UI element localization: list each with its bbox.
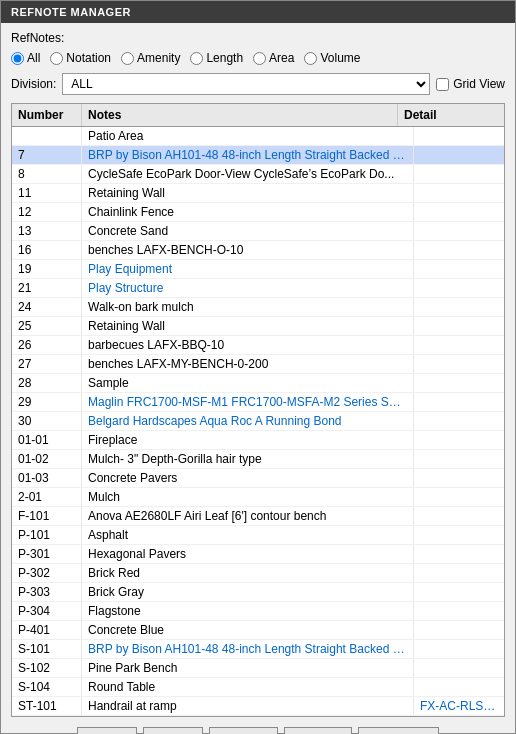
table-row[interactable]: 27benches LAFX-MY-BENCH-0-200 [12, 355, 504, 374]
action-buttons-row1: New Edit Delete Import Highlight [11, 721, 505, 734]
table-row[interactable]: S-102Pine Park Bench [12, 659, 504, 678]
grid-view-text: Grid View [453, 77, 505, 91]
table-row[interactable]: 19Play Equipment [12, 260, 504, 279]
radio-notation[interactable]: Notation [50, 51, 111, 65]
table-row[interactable]: 24Walk-on bark mulch [12, 298, 504, 317]
table-row[interactable]: Patio Area [12, 127, 504, 146]
cell-number: P-304 [12, 602, 82, 620]
cell-notes: BRP by Bison AH101-48 48-inch Length Str… [82, 146, 414, 164]
cell-notes: Walk-on bark mulch [82, 298, 414, 316]
cell-number: S-101 [12, 640, 82, 658]
table-row[interactable]: 7BRP by Bison AH101-48 48-inch Length St… [12, 146, 504, 165]
table-row[interactable]: 01-02Mulch- 3" Depth-Gorilla hair type [12, 450, 504, 469]
cell-notes: Asphalt [82, 526, 414, 544]
table-row[interactable]: 13Concrete Sand [12, 222, 504, 241]
table-row[interactable]: P-301Hexagonal Pavers [12, 545, 504, 564]
cell-number: 8 [12, 165, 82, 183]
grid-view-checkbox[interactable] [436, 78, 449, 91]
cell-detail: FX-AC-RLS-02 [414, 697, 504, 715]
cell-notes: Play Equipment [82, 260, 414, 278]
radio-area[interactable]: Area [253, 51, 294, 65]
cell-number: 01-02 [12, 450, 82, 468]
table-row[interactable]: S-104Round Table [12, 678, 504, 697]
table-body[interactable]: Patio Area7BRP by Bison AH101-48 48-inch… [12, 127, 504, 716]
cell-number: P-302 [12, 564, 82, 582]
table-row[interactable]: 25Retaining Wall [12, 317, 504, 336]
cell-detail [414, 602, 504, 620]
radio-length-label: Length [206, 51, 243, 65]
cell-notes: benches LAFX-MY-BENCH-0-200 [82, 355, 414, 373]
scroll-spacer [488, 104, 504, 126]
table-row[interactable]: 01-03Concrete Pavers [12, 469, 504, 488]
cell-detail [414, 678, 504, 696]
table-row[interactable]: ST-101Handrail at rampFX-AC-RLS-02 [12, 697, 504, 716]
table-row[interactable]: 21Play Structure [12, 279, 504, 298]
radio-length[interactable]: Length [190, 51, 243, 65]
table-row[interactable]: 2-01Mulch [12, 488, 504, 507]
table-row[interactable]: S-101BRP by Bison AH101-48 48-inch Lengt… [12, 640, 504, 659]
table-row[interactable]: P-401Concrete Blue [12, 621, 504, 640]
cell-number: 01-01 [12, 431, 82, 449]
cell-number: 11 [12, 184, 82, 202]
cell-notes: Flagstone [82, 602, 414, 620]
cell-notes: Pine Park Bench [82, 659, 414, 677]
table-row[interactable]: 8CycleSafe EcoPark Door-View CycleSafe’s… [12, 165, 504, 184]
cell-number: 27 [12, 355, 82, 373]
delete-button[interactable]: Delete [209, 727, 278, 734]
table-row[interactable]: 29Maglin FRC1700-MSF-M1 FRC1700-MSFA-M2 … [12, 393, 504, 412]
cell-notes: Brick Red [82, 564, 414, 582]
cell-detail [414, 374, 504, 392]
cell-detail [414, 526, 504, 544]
cell-detail [414, 393, 504, 411]
cell-detail [414, 450, 504, 468]
refnotes-label: RefNotes: [11, 31, 505, 45]
cell-detail [414, 203, 504, 221]
cell-notes: CycleSafe EcoPark Door-View CycleSafe’s … [82, 165, 414, 183]
radio-notation-label: Notation [66, 51, 111, 65]
cell-notes: Concrete Blue [82, 621, 414, 639]
new-button[interactable]: New [77, 727, 137, 734]
cell-notes: Concrete Pavers [82, 469, 414, 487]
cell-number: 12 [12, 203, 82, 221]
table-row[interactable]: P-304Flagstone [12, 602, 504, 621]
cell-number: 25 [12, 317, 82, 335]
highlight-button[interactable]: Highlight [358, 727, 439, 734]
cell-detail [414, 583, 504, 601]
cell-detail [414, 146, 504, 164]
edit-button[interactable]: Edit [143, 727, 203, 734]
cell-number: 21 [12, 279, 82, 297]
cell-notes: Play Structure [82, 279, 414, 297]
cell-number: P-401 [12, 621, 82, 639]
table-row[interactable]: F-101Anova AE2680LF Airi Leaf [6'] conto… [12, 507, 504, 526]
cell-notes: Maglin FRC1700-MSF-M1 FRC1700-MSFA-M2 Se… [82, 393, 414, 411]
cell-detail [414, 507, 504, 525]
cell-number: 28 [12, 374, 82, 392]
radio-amenity[interactable]: Amenity [121, 51, 180, 65]
cell-notes: BRP by Bison AH101-48 48-inch Length Str… [82, 640, 414, 658]
import-button[interactable]: Import [284, 727, 352, 734]
cell-number: S-104 [12, 678, 82, 696]
grid-view-label[interactable]: Grid View [436, 77, 505, 91]
table-row[interactable]: 16benches LAFX-BENCH-O-10 [12, 241, 504, 260]
division-select[interactable]: ALL [62, 73, 430, 95]
cell-number: P-101 [12, 526, 82, 544]
cell-detail [414, 298, 504, 316]
table-row[interactable]: P-303Brick Gray [12, 583, 504, 602]
cell-detail [414, 127, 504, 145]
table-row[interactable]: P-302Brick Red [12, 564, 504, 583]
cell-number: P-303 [12, 583, 82, 601]
radio-all[interactable]: All [11, 51, 40, 65]
cell-number: P-301 [12, 545, 82, 563]
table-row[interactable]: 11Retaining Wall [12, 184, 504, 203]
radio-volume[interactable]: Volume [304, 51, 360, 65]
cell-number: 13 [12, 222, 82, 240]
table-row[interactable]: 28Sample [12, 374, 504, 393]
table-row[interactable]: P-101Asphalt [12, 526, 504, 545]
table-row[interactable]: 30Belgard Hardscapes Aqua Roc A Running … [12, 412, 504, 431]
table-row[interactable]: 12Chainlink Fence [12, 203, 504, 222]
table-row[interactable]: 26barbecues LAFX-BBQ-10 [12, 336, 504, 355]
cell-notes: Retaining Wall [82, 184, 414, 202]
cell-detail [414, 488, 504, 506]
table-row[interactable]: 01-01Fireplace [12, 431, 504, 450]
cell-number: 01-03 [12, 469, 82, 487]
